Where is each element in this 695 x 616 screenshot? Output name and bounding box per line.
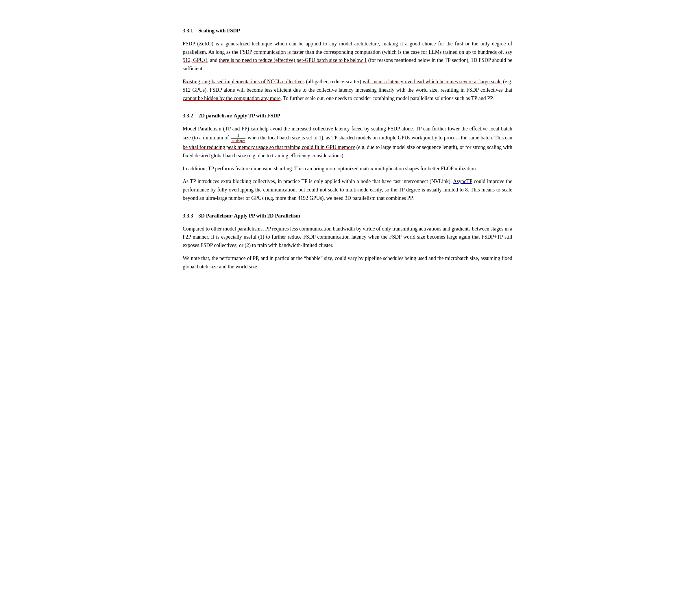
paragraph-7: We note that, the performance of PP, and…: [183, 254, 512, 271]
section-331-number: 3.3.1: [183, 28, 193, 34]
section-333: 3.3.3 3D Parallelism: Apply PP with 2D P…: [183, 212, 512, 271]
section-331-title: Scaling with FSDP: [198, 28, 240, 34]
asynctp-link[interactable]: AsyncTP: [453, 179, 472, 184]
section-331: 3.3.1 Scaling with FSDP FSDP (ZeRO) is a…: [183, 27, 512, 102]
highlighted-text: Existing ring-based implementations of N…: [183, 79, 304, 84]
paragraph-3: Model Parallelism (TP and PP) can help a…: [183, 124, 512, 160]
paragraph-1: FSDP (ZeRO) is a generalized technique w…: [183, 39, 512, 73]
paragraph-5: As TP introduces extra blocking collecti…: [183, 177, 512, 202]
highlighted-text: there is no need to reduce (effective) p…: [219, 57, 367, 63]
highlighted-text: could not scale to multi-node easily,: [307, 187, 383, 193]
section-333-title: 3D Parallelism: Apply PP with 2D Paralle…: [198, 213, 300, 219]
section-332-number: 3.3.2: [183, 113, 193, 119]
section-333-number: 3.3.3: [183, 213, 193, 219]
section-332: 3.3.2 2D parallelism: Apply TP with FSDP…: [183, 112, 512, 202]
paragraph-2: Existing ring-based implementations of N…: [183, 78, 512, 102]
highlighted-text: Compared to other model parallelisms, PP…: [183, 226, 512, 240]
highlighted-text: TP degree is usually limited to 8: [399, 187, 468, 193]
paragraph-4: In addition, TP performs feature dimensi…: [183, 165, 512, 173]
fraction-numerator: 1: [231, 133, 245, 138]
document-content: 3.3.1 Scaling with FSDP FSDP (ZeRO) is a…: [183, 27, 512, 271]
highlighted-text: TP can further lower the effective local…: [183, 126, 512, 140]
highlighted-text: FSDP alone will become less efficient du…: [183, 87, 512, 101]
fraction-tp: 1TP degree: [231, 133, 245, 143]
highlighted-text: FSDP communication is faster: [240, 49, 304, 55]
section-332-heading: 3.3.2 2D parallelism: Apply TP with FSDP: [183, 112, 512, 120]
section-331-heading: 3.3.1 Scaling with FSDP: [183, 27, 512, 35]
highlighted-text: will incur a latency overhead which beco…: [362, 79, 501, 84]
section-332-title: 2D parallelism: Apply TP with FSDP: [198, 113, 280, 119]
fraction-denominator: TP degree: [231, 138, 245, 143]
section-333-heading: 3.3.3 3D Parallelism: Apply PP with 2D P…: [183, 212, 512, 220]
paragraph-6: Compared to other model parallelisms, PP…: [183, 225, 512, 250]
